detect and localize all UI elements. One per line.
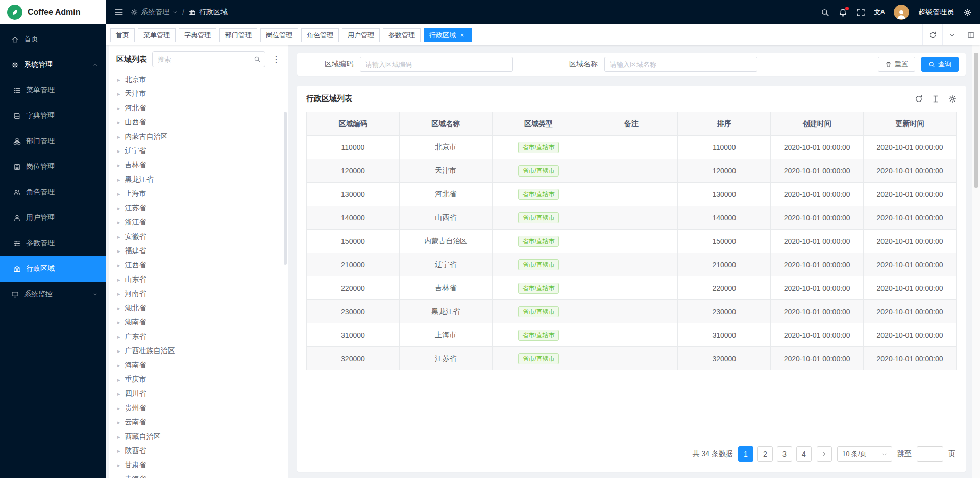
table-row[interactable]: 310000 上海市 省市/直辖市 310000 2020-10-01 00:0… — [307, 323, 957, 347]
tree-item[interactable]: ▸ 辽宁省 — [109, 144, 288, 158]
refresh-icon[interactable] — [923, 24, 942, 45]
sidebar-item-post-mgmt[interactable]: 岗位管理 — [0, 154, 106, 180]
avatar[interactable] — [894, 5, 909, 20]
caret-right-icon[interactable]: ▸ — [117, 348, 120, 355]
tree-item[interactable]: ▸ 河南省 — [109, 287, 288, 301]
current-user-name[interactable]: 超级管理员 — [918, 8, 954, 17]
sidebar-item-menu-mgmt[interactable]: 菜单管理 — [0, 78, 106, 103]
table-settings-gear-icon[interactable] — [948, 95, 957, 103]
caret-right-icon[interactable]: ▸ — [117, 334, 120, 340]
table-row[interactable]: 120000 天津市 省市/直辖市 120000 2020-10-01 00:0… — [307, 159, 957, 183]
caret-right-icon[interactable]: ▸ — [117, 276, 120, 283]
caret-right-icon[interactable]: ▸ — [117, 134, 120, 140]
sidebar-item-dict-mgmt[interactable]: 字典管理 — [0, 103, 106, 129]
caret-right-icon[interactable]: ▸ — [117, 219, 120, 226]
tab[interactable]: 部门管理 × — [219, 28, 257, 42]
tree-search-icon[interactable] — [249, 52, 265, 67]
refresh-icon[interactable] — [915, 95, 923, 103]
caret-right-icon[interactable]: ▸ — [117, 191, 120, 197]
tree-item[interactable]: ▸ 福建省 — [109, 244, 288, 258]
tree-item[interactable]: ▸ 天津市 — [109, 87, 288, 101]
tab[interactable]: 首页 × — [110, 28, 135, 42]
tab-close-icon[interactable]: × — [458, 31, 466, 39]
sidebar-item-param-mgmt[interactable]: 参数管理 — [0, 231, 106, 256]
caret-right-icon[interactable]: ▸ — [117, 262, 120, 269]
caret-right-icon[interactable]: ▸ — [117, 448, 120, 455]
caret-right-icon[interactable]: ▸ — [117, 391, 120, 397]
table-row[interactable]: 110000 北京市 省市/直辖市 110000 2020-10-01 00:0… — [307, 136, 957, 159]
tree-item[interactable]: ▸ 江西省 — [109, 258, 288, 272]
caret-right-icon[interactable]: ▸ — [117, 405, 120, 412]
caret-right-icon[interactable]: ▸ — [117, 248, 120, 255]
page-number-button[interactable]: 1 — [738, 446, 753, 462]
table-row[interactable]: 220000 吉林省 省市/直辖市 220000 2020-10-01 00:0… — [307, 276, 957, 300]
table-row[interactable]: 150000 内蒙古自治区 省市/直辖市 150000 2020-10-01 0… — [307, 230, 957, 253]
breadcrumb-parent[interactable]: 系统管理 — [131, 8, 178, 17]
tab[interactable]: 角色管理 × — [301, 28, 339, 42]
tree-item[interactable]: ▸ 山东省 — [109, 272, 288, 287]
tree-item[interactable]: ▸ 山西省 — [109, 115, 288, 130]
caret-right-icon[interactable]: ▸ — [117, 205, 120, 212]
page-scrollbar-thumb[interactable] — [974, 53, 978, 188]
jump-page-input[interactable] — [917, 446, 943, 462]
tab[interactable]: 行政区域 × — [424, 28, 472, 42]
next-page-button[interactable] — [817, 446, 832, 462]
search-button[interactable]: 查询 — [921, 57, 959, 72]
filter-name-input[interactable] — [604, 57, 757, 72]
sidebar-item-home[interactable]: 首页 — [0, 27, 106, 52]
tree-item[interactable]: ▸ 河北省 — [109, 101, 288, 115]
tab[interactable]: 用户管理 × — [342, 28, 380, 42]
caret-right-icon[interactable]: ▸ — [117, 234, 120, 240]
tree-item[interactable]: ▸ 吉林省 — [109, 158, 288, 172]
tree-item[interactable]: ▸ 浙江省 — [109, 215, 288, 230]
caret-right-icon[interactable]: ▸ — [117, 105, 120, 112]
caret-right-icon[interactable]: ▸ — [117, 376, 120, 383]
caret-right-icon[interactable]: ▸ — [117, 362, 120, 369]
page-size-select[interactable]: 10 条/页 — [837, 446, 892, 462]
tree-item[interactable]: ▸ 海南省 — [109, 358, 288, 372]
caret-right-icon[interactable]: ▸ — [117, 476, 120, 478]
settings-gear-icon[interactable] — [963, 8, 972, 17]
table-row[interactable]: 210000 辽宁省 省市/直辖市 210000 2020-10-01 00:0… — [307, 253, 957, 276]
search-icon[interactable] — [821, 8, 829, 17]
tree-item[interactable]: ▸ 四川省 — [109, 387, 288, 401]
tree-item[interactable]: ▸ 青海省 — [109, 472, 288, 478]
caret-right-icon[interactable]: ▸ — [117, 305, 120, 312]
tree-item[interactable]: ▸ 广东省 — [109, 330, 288, 344]
caret-right-icon[interactable]: ▸ — [117, 91, 120, 97]
tree-item[interactable]: ▸ 内蒙古自治区 — [109, 130, 288, 144]
tree-item[interactable]: ▸ 安徽省 — [109, 230, 288, 244]
tree-item[interactable]: ▸ 湖南省 — [109, 315, 288, 330]
table-row[interactable]: 130000 河北省 省市/直辖市 130000 2020-10-01 00:0… — [307, 183, 957, 206]
caret-right-icon[interactable]: ▸ — [117, 177, 120, 183]
tab[interactable]: 字典管理 × — [179, 28, 216, 42]
filter-code-input[interactable] — [360, 57, 513, 72]
tree-item[interactable]: ▸ 江苏省 — [109, 201, 288, 215]
caret-right-icon[interactable]: ▸ — [117, 119, 120, 126]
translate-icon[interactable]: 文A — [874, 8, 885, 17]
table-row[interactable]: 320000 江苏省 省市/直辖市 320000 2020-10-01 00:0… — [307, 347, 957, 370]
caret-right-icon[interactable]: ▸ — [117, 434, 120, 440]
caret-right-icon[interactable]: ▸ — [117, 462, 120, 469]
tree-item[interactable]: ▸ 陕西省 — [109, 444, 288, 458]
tree-item[interactable]: ▸ 重庆市 — [109, 372, 288, 387]
sidebar-item-region[interactable]: 行政区域 — [0, 256, 106, 282]
tab[interactable]: 菜单管理 × — [138, 28, 176, 42]
page-number-button[interactable]: 2 — [757, 446, 773, 462]
layout-settings-icon[interactable] — [962, 24, 980, 45]
tree-item[interactable]: ▸ 上海市 — [109, 187, 288, 201]
fullscreen-icon[interactable] — [856, 8, 865, 17]
sidebar-item-role-mgmt[interactable]: 角色管理 — [0, 180, 106, 205]
tree-search-input[interactable] — [153, 56, 249, 63]
tree-item[interactable]: ▸ 广西壮族自治区 — [109, 344, 288, 358]
table-row[interactable]: 230000 黑龙江省 省市/直辖市 230000 2020-10-01 00:… — [307, 300, 957, 323]
tree-item[interactable]: ▸ 甘肃省 — [109, 458, 288, 472]
more-options-icon[interactable]: ⋮ — [271, 55, 282, 64]
tree-item[interactable]: ▸ 西藏自治区 — [109, 430, 288, 444]
notification-bell-icon[interactable] — [839, 8, 847, 17]
sidebar-item-system[interactable]: 系统管理 — [0, 52, 106, 78]
sidebar-item-dept-mgmt[interactable]: 部门管理 — [0, 129, 106, 154]
caret-right-icon[interactable]: ▸ — [117, 77, 120, 83]
caret-right-icon[interactable]: ▸ — [117, 162, 120, 169]
caret-right-icon[interactable]: ▸ — [117, 419, 120, 426]
